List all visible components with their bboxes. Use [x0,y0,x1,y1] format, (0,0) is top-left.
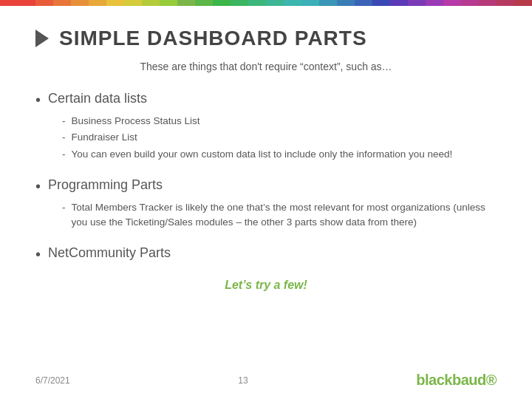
bullet-dot-0: • [35,90,41,109]
sections-container: •Certain data lists-Business Process Sta… [35,90,497,264]
section-header-2: •NetCommunity Parts [35,245,497,264]
cta-row: Let’s try a few! [35,279,497,292]
arrow-icon [35,30,49,47]
footer: 6/7/2021 13 blackbaud® [0,372,532,389]
sub-items-0: -Business Process Status List-Fundraiser… [35,114,497,162]
sub-dash-icon: - [62,200,66,215]
cta-text: Let’s try a few! [225,279,307,291]
page-title: SIMPLE DASHBOARD PARTS [59,27,367,50]
sub-dash-icon: - [62,114,66,129]
section-0: •Certain data lists-Business Process Sta… [35,90,497,162]
sub-item-0-1: -Fundraiser List [62,130,497,145]
bullet-dot-1: • [35,177,41,196]
main-content: SIMPLE DASHBOARD PARTS These are things … [0,6,532,313]
sub-item-text: Total Members Tracker is likely the one … [72,200,497,231]
section-header-0: •Certain data lists [35,90,497,109]
subtitle: These are things that don't require “con… [35,61,497,72]
sub-dash-icon: - [62,147,66,162]
sub-item-text: Fundraiser List [72,130,497,145]
logo-trademark: ® [486,372,497,388]
section-title-1: Programming Parts [48,177,163,194]
section-title-2: NetCommunity Parts [48,245,171,262]
footer-logo: blackbaud® [416,372,497,389]
sub-item-1-0: -Total Members Tracker is likely the one… [62,200,497,231]
section-header-1: •Programming Parts [35,177,497,196]
sub-item-0-2: -You can even build your own custom data… [62,147,497,162]
sub-item-0-0: -Business Process Status List [62,114,497,129]
sub-item-text: You can even build your own custom data … [72,147,497,162]
sub-dash-icon: - [62,130,66,145]
title-row: SIMPLE DASHBOARD PARTS [35,27,497,50]
logo-text: blackbaud [416,372,485,388]
bullet-dot-2: • [35,245,41,264]
section-1: •Programming Parts-Total Members Tracker… [35,177,497,231]
footer-date: 6/7/2021 [35,375,70,386]
section-title-0: Certain data lists [48,90,147,107]
section-2: •NetCommunity Parts [35,245,497,264]
sub-items-1: -Total Members Tracker is likely the one… [35,200,497,231]
sub-item-text: Business Process Status List [72,114,497,129]
rainbow-stripe [0,0,532,6]
footer-page: 13 [238,375,248,386]
